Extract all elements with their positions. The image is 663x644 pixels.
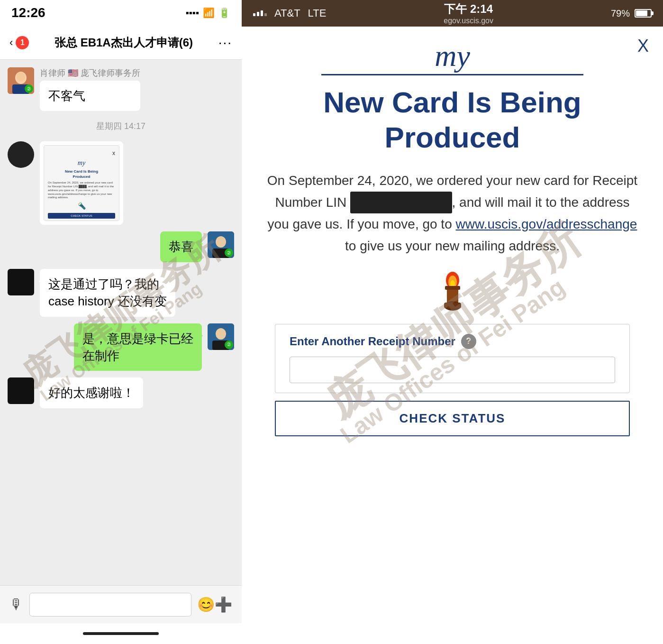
wechat-bottom-bar: 🎙 😊 ➕	[0, 585, 242, 623]
svg-point-5	[216, 236, 226, 248]
torch-area	[265, 267, 639, 316]
mini-body: On September 24, 2020, we ordered your n…	[48, 181, 115, 200]
uscis-panel: AT&T LTE 下午 2:14 egov.uscis.gov 79% X my	[242, 0, 663, 644]
svg-point-8	[216, 328, 226, 340]
status-center: 下午 2:14 egov.uscis.gov	[444, 1, 493, 25]
message-input[interactable]	[29, 593, 191, 616]
back-button[interactable]: ‹ 1	[9, 36, 29, 49]
wifi-icon: 📶	[203, 7, 215, 18]
list-item: ② 恭喜	[8, 231, 234, 262]
chat-title: 张总 EB1A杰出人才申请(6)	[54, 35, 193, 50]
audio-button[interactable]: 🎙	[9, 597, 24, 613]
battery-icon: 🔋	[218, 7, 230, 18]
torch-icon	[434, 267, 472, 314]
msg-content: 这是通过了吗？我的case history 还没有变	[40, 269, 175, 317]
signal-bar-2	[257, 12, 259, 16]
wechat-time: 12:26	[11, 5, 45, 20]
receipt-number-input[interactable]	[290, 357, 615, 383]
msg-bubble: 恭喜	[160, 231, 202, 262]
wechat-panel: 12:26 ▪▪▪▪ 📶 🔋 ‹ 1 张总 EB1A杰出人才申请(6) ···	[0, 0, 242, 644]
check-status-button[interactable]: CHECK STATUS	[275, 401, 630, 436]
uscis-status-bar: AT&T LTE 下午 2:14 egov.uscis.gov 79%	[242, 0, 663, 27]
signal-icon: ▪▪▪▪	[186, 8, 199, 18]
msg-content: 是，意思是绿卡已经在制作	[74, 323, 202, 371]
wechat-badge: ②	[225, 340, 233, 349]
chevron-left-icon: ‹	[9, 37, 13, 49]
avatar: ②	[208, 231, 234, 258]
signal-bars	[253, 10, 267, 16]
body-text-part3: to give us your new mailing address.	[345, 239, 560, 253]
logo-line	[321, 74, 583, 75]
avatar: ②	[208, 323, 234, 350]
msg-content: 肖律师 🇺🇸 庞飞律师事务所 不客气	[40, 67, 140, 111]
svg-rect-16	[444, 303, 461, 308]
receipt-section: Enter Another Receipt Number ?	[275, 324, 630, 393]
screenshot-thumbnail: x my New Card Is BeingProduced On Septem…	[44, 145, 119, 221]
svg-rect-14	[445, 286, 460, 290]
body-text: On September 24, 2020, we ordered your n…	[265, 170, 639, 258]
list-item: 好的太感谢啦！	[8, 377, 234, 408]
mini-close: x	[48, 149, 115, 157]
emoji-button[interactable]: 😊	[197, 596, 215, 613]
signal-bar-4	[264, 13, 267, 16]
wechat-status-bar: 12:26 ▪▪▪▪ 📶 🔋	[0, 0, 242, 26]
msg-content: 恭喜	[160, 231, 202, 262]
home-indicator	[0, 623, 242, 644]
mini-logo: my	[48, 158, 115, 168]
list-item: ② 肖律师 🇺🇸 庞飞律师事务所 不客气	[8, 67, 234, 111]
battery-indicator	[635, 9, 652, 18]
wechat-badge: ②	[25, 84, 33, 93]
msg-content: x my New Card Is BeingProduced On Septem…	[40, 141, 123, 225]
wechat-nav-bar: ‹ 1 张总 EB1A杰出人才申请(6) ···	[0, 26, 242, 60]
unread-badge: 1	[16, 36, 29, 49]
msg-content: 好的太感谢啦！	[40, 377, 143, 408]
battery-box	[635, 9, 652, 18]
list-item: ② 是，意思是绿卡已经在制作	[8, 323, 234, 371]
home-bar	[83, 632, 159, 635]
signal-bar-1	[253, 13, 255, 16]
list-item: 这是通过了吗？我的case history 还没有变	[8, 269, 234, 317]
screenshot-bubble: x my New Card Is BeingProduced On Septem…	[40, 141, 123, 225]
help-icon[interactable]: ?	[461, 334, 476, 349]
avatar	[8, 141, 34, 168]
battery-percent: 79%	[611, 8, 630, 19]
uscis-logo: my	[265, 41, 639, 71]
status-time: 下午 2:14	[444, 1, 493, 17]
address-link[interactable]: www.uscis.gov/addresschange	[456, 217, 637, 231]
mini-check-status-btn: CHECK STATUS	[48, 213, 115, 219]
uscis-content: X my New Card Is Being Produced On Septe…	[242, 27, 663, 644]
msg-bubble: 不客气	[40, 81, 140, 111]
avatar	[8, 269, 34, 295]
signal-bar-3	[261, 10, 263, 16]
status-icons: ▪▪▪▪ 📶 🔋	[186, 7, 230, 18]
mini-title: New Card Is BeingProduced	[48, 169, 115, 179]
battery-fill	[636, 10, 647, 16]
status-left: AT&T LTE	[253, 7, 326, 19]
timestamp: 星期四 14:17	[8, 120, 234, 132]
battery-tip	[652, 11, 654, 15]
uscis-logo-area: my	[265, 41, 639, 75]
msg-sender: 肖律师 🇺🇸 庞飞律师事务所	[40, 67, 140, 79]
status-right: 79%	[611, 8, 652, 19]
status-url: egov.uscis.gov	[444, 17, 493, 25]
main-title: New Card Is Being Produced	[265, 85, 639, 156]
more-button[interactable]: ···	[218, 35, 232, 50]
add-button[interactable]: ➕	[215, 596, 232, 613]
avatar: ②	[8, 67, 34, 94]
chat-area: ② 肖律师 🇺🇸 庞飞律师事务所 不客气 星期四 14:17 x	[0, 60, 242, 585]
redacted-number: ██████████	[350, 192, 452, 213]
msg-bubble: 这是通过了吗？我的case history 还没有变	[40, 269, 175, 317]
close-button[interactable]: X	[637, 36, 649, 56]
carrier-label: AT&T	[274, 7, 300, 19]
avatar	[8, 377, 34, 404]
svg-point-3	[17, 72, 25, 82]
receipt-label: Enter Another Receipt Number ?	[290, 334, 615, 349]
uscis-inner: my New Card Is Being Produced On Septemb…	[242, 27, 663, 644]
msg-bubble: 好的太感谢啦！	[40, 377, 143, 408]
mini-torch-icon: 🔦	[48, 202, 115, 211]
list-item: x my New Card Is BeingProduced On Septem…	[8, 141, 234, 225]
msg-bubble: 是，意思是绿卡已经在制作	[74, 323, 202, 371]
network-label: LTE	[308, 7, 327, 19]
